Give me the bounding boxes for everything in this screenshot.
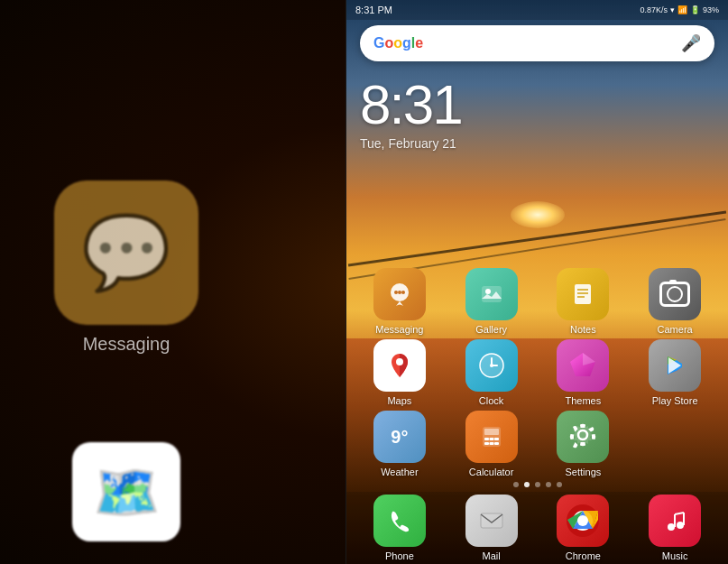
- app-grid: Messaging Gallery Notes Camera: [346, 268, 728, 492]
- music-icon: [649, 495, 701, 547]
- gallery-label: Gallery: [475, 324, 507, 335]
- signal-icon: 📶: [677, 5, 687, 14]
- weather-label: Weather: [381, 467, 418, 477]
- wifi-icon: ▾: [670, 5, 675, 14]
- dot-2[interactable]: [524, 482, 530, 487]
- mail-icon: [465, 495, 518, 547]
- sun: [511, 201, 565, 228]
- svg-rect-24: [494, 442, 499, 445]
- clock-label: Clock: [479, 395, 504, 406]
- svg-rect-18: [484, 429, 499, 435]
- svg-rect-27: [481, 513, 502, 528]
- app-row-3: 9° Weather Calculator Settings: [354, 411, 721, 477]
- camera-icon: [649, 268, 701, 320]
- svg-point-3: [401, 291, 405, 294]
- notes-icon: [557, 268, 609, 320]
- app-weather[interactable]: 9° Weather: [359, 411, 440, 477]
- phone-icon: [373, 495, 426, 547]
- themes-icon: [557, 339, 609, 392]
- dot-5[interactable]: [557, 482, 562, 487]
- google-logo: Google: [373, 35, 423, 51]
- app-music[interactable]: Music: [634, 495, 715, 561]
- svg-line-36: [675, 513, 684, 514]
- settings-label: Settings: [566, 467, 602, 477]
- svg-rect-22: [484, 442, 489, 445]
- messaging-icon: [373, 268, 426, 320]
- svg-rect-21: [494, 438, 499, 440]
- dot-4[interactable]: [546, 482, 551, 487]
- clock-icon: [465, 339, 518, 392]
- app-playstore[interactable]: Play Store: [634, 339, 715, 406]
- network-speed: 0.87K/s: [640, 5, 668, 14]
- app-row-2: Maps Clock Themes Play Store: [354, 339, 721, 406]
- music-label: Music: [662, 550, 688, 561]
- svg-point-15: [490, 364, 493, 367]
- svg-rect-4: [482, 286, 502, 302]
- app-gallery[interactable]: Gallery: [451, 268, 532, 335]
- svg-point-1: [394, 291, 398, 294]
- calculator-icon: [465, 411, 518, 463]
- chrome-label: Chrome: [566, 550, 601, 561]
- status-time: 8:31 PM: [355, 5, 392, 15]
- maps-label: Maps: [387, 395, 411, 406]
- app-camera[interactable]: Camera: [634, 268, 715, 335]
- app-themes[interactable]: Themes: [542, 339, 623, 406]
- clock-time: 8:31: [360, 77, 462, 133]
- page-dots: [354, 482, 721, 487]
- messaging-label: Messaging: [375, 324, 423, 335]
- app-messaging[interactable]: Messaging: [359, 268, 440, 335]
- svg-point-11: [396, 358, 403, 365]
- app-mail[interactable]: Mail: [451, 495, 532, 561]
- app-maps[interactable]: Maps: [359, 339, 440, 406]
- app-row-1: Messaging Gallery Notes Camera: [354, 268, 721, 335]
- weather-temp: 9°: [391, 427, 408, 448]
- clock-date: Tue, February 21: [360, 136, 462, 151]
- app-phone[interactable]: Phone: [359, 495, 440, 561]
- settings-icon: [557, 411, 609, 463]
- camera-inner-icon: [659, 282, 690, 307]
- dock: Phone Mail Chrome Music: [346, 492, 728, 564]
- bg-messaging-label: Messaging: [54, 334, 198, 355]
- weather-icon: 9°: [373, 411, 426, 463]
- gallery-icon: [465, 268, 518, 320]
- camera-label: Camera: [658, 324, 693, 335]
- app-chrome[interactable]: Chrome: [542, 495, 623, 561]
- svg-rect-23: [489, 442, 493, 445]
- status-bar: 8:31 PM 0.87K/s ▾ 📶 🔋 93%: [346, 0, 728, 20]
- maps-icon: [373, 339, 426, 392]
- chrome-icon: [557, 495, 609, 547]
- phone-label: Phone: [385, 550, 414, 561]
- svg-point-31: [577, 515, 588, 526]
- notes-label: Notes: [570, 324, 596, 335]
- svg-rect-19: [484, 438, 489, 440]
- svg-point-5: [485, 289, 491, 294]
- app-settings[interactable]: Settings: [542, 411, 623, 477]
- bg-messaging-icon: [54, 180, 198, 325]
- google-search-bar[interactable]: Google 🎤: [360, 25, 714, 61]
- app-calculator[interactable]: Calculator: [451, 411, 532, 477]
- dot-3[interactable]: [535, 482, 540, 487]
- playstore-label: Play Store: [652, 395, 698, 406]
- clock-widget: 8:31 Tue, February 21: [360, 77, 462, 151]
- phone-screen: 8:31 PM 0.87K/s ▾ 📶 🔋 93% Google 🎤 8:31 …: [346, 0, 728, 564]
- status-icons: 0.87K/s ▾ 📶 🔋 93%: [640, 5, 719, 14]
- calculator-label: Calculator: [469, 467, 514, 477]
- app-notes[interactable]: Notes: [542, 268, 623, 335]
- app-clock[interactable]: Clock: [451, 339, 532, 406]
- svg-rect-20: [489, 438, 493, 440]
- playstore-icon: [649, 339, 701, 392]
- themes-label: Themes: [566, 395, 602, 406]
- battery-percent: 93%: [703, 5, 719, 14]
- mic-icon[interactable]: 🎤: [681, 33, 701, 53]
- svg-point-2: [398, 291, 401, 294]
- mail-label: Mail: [483, 550, 501, 561]
- svg-point-33: [677, 522, 684, 529]
- dot-1[interactable]: [513, 482, 519, 487]
- bg-maps-icon: 🗺️: [72, 442, 180, 541]
- svg-rect-6: [575, 284, 591, 304]
- battery-icon: 🔋: [690, 5, 700, 14]
- svg-point-32: [668, 523, 675, 531]
